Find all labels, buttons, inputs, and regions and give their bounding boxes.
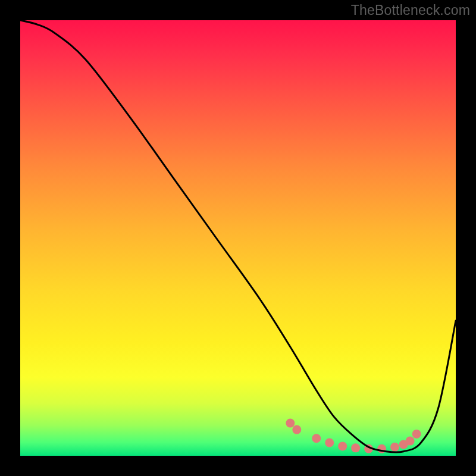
- marker-dot: [351, 443, 360, 452]
- marker-dot: [292, 425, 301, 434]
- bottleneck-curve: [20, 20, 456, 452]
- chart-frame: TheBottleneck.com: [0, 0, 476, 476]
- marker-dot: [312, 434, 321, 443]
- marker-dot: [390, 443, 399, 452]
- marker-dot: [338, 441, 347, 450]
- plot-area: [20, 20, 456, 456]
- marker-dot: [325, 439, 334, 447]
- marker-dot: [406, 437, 415, 446]
- marker-dot: [412, 430, 421, 439]
- watermark-text: TheBottleneck.com: [351, 2, 470, 18]
- marker-dot: [286, 419, 295, 428]
- curve-svg: [20, 20, 456, 456]
